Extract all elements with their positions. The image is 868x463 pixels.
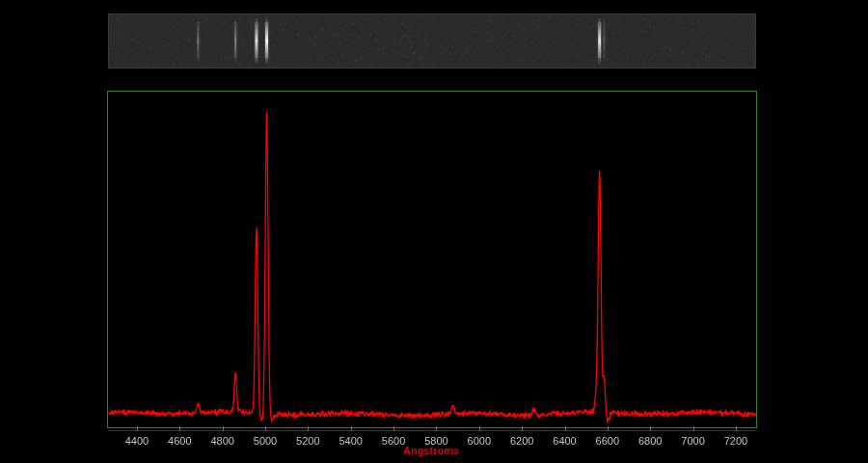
- x-axis-line: [108, 430, 755, 431]
- x-tick-label: 6200: [510, 435, 533, 447]
- x-axis-title: Angstroms: [403, 445, 459, 456]
- x-tick-label: 4800: [210, 435, 233, 447]
- x-tick-label: 6400: [553, 435, 576, 447]
- x-tick-mark: [137, 426, 138, 431]
- spectrum-2d-strip: [108, 14, 756, 68]
- x-tick-label: 6000: [468, 435, 491, 447]
- spectrum-2d-image: [109, 14, 755, 68]
- x-tick-label: 5600: [382, 435, 405, 447]
- x-tick-mark: [393, 426, 394, 431]
- x-tick-mark: [736, 426, 737, 431]
- x-tick-label: 7200: [724, 435, 747, 447]
- x-tick-mark: [265, 426, 266, 431]
- x-tick-label: 5400: [339, 435, 362, 447]
- x-tick-mark: [650, 426, 651, 431]
- x-tick-label: 5000: [254, 435, 277, 447]
- x-tick-mark: [608, 426, 609, 431]
- x-tick-mark: [479, 426, 480, 431]
- x-tick-mark: [351, 426, 352, 431]
- x-tick-mark: [308, 426, 309, 431]
- x-tick-label: 4600: [168, 435, 191, 447]
- x-tick-mark: [565, 426, 566, 431]
- x-tick-label: 5200: [296, 435, 319, 447]
- x-tick-mark: [179, 426, 180, 431]
- x-tick-mark: [223, 426, 224, 431]
- spectrum-viewer: 4400460048005000520054005600580060006200…: [0, 0, 868, 463]
- x-tick-label: 4400: [125, 435, 149, 447]
- x-tick-mark: [693, 426, 694, 431]
- spectrum-trace: [108, 92, 756, 427]
- x-tick-label: 7000: [681, 435, 704, 447]
- x-tick-label: 6800: [638, 435, 662, 447]
- x-tick-label: 6600: [596, 435, 619, 447]
- spectrum-plot-area: [107, 91, 757, 428]
- x-tick-mark: [436, 426, 437, 431]
- x-tick-mark: [522, 426, 523, 431]
